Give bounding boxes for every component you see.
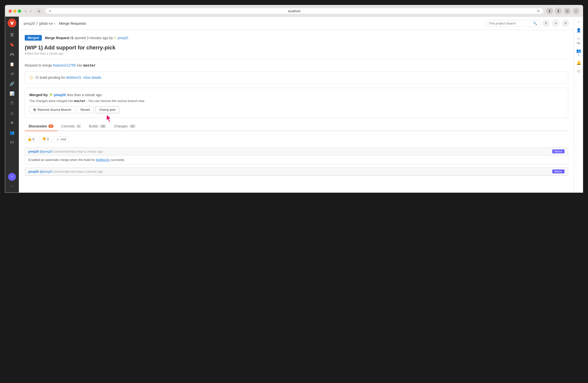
breadcrumb-project[interactable]: gitlab-ce ▾ [39,21,55,25]
breadcrumb-section: Merge Requests [59,21,86,25]
reload-button[interactable]: ↻ [537,9,540,13]
add-button[interactable]: + [552,19,559,27]
forward-button[interactable]: › [29,8,33,14]
sidebar-item-games[interactable]: 🎮 [7,50,17,59]
comment-1-commit-link[interactable]: 8e65ec01 [96,158,110,162]
mr-number: Merge Request !1 [45,36,73,40]
sidebar-item-charts[interactable]: 📊 [7,89,17,98]
left-sidebar: ☰ 🔖 🎮 📋 ↺ 🔗 📊 ⏱ ⚠ ≡ 👥 🏷 P › [5,17,19,192]
notification-button[interactable]: 0 [542,19,549,27]
source-branch-link[interactable]: features/12785 [53,63,76,67]
comment-1-label: Master [552,150,565,153]
sidebar-toggle-button[interactable]: ⊟ [564,8,571,14]
tab-commits[interactable]: Commits 1 [57,122,85,131]
thumbs-down-button[interactable]: 👎 0 [39,136,52,142]
sidebar-item-history[interactable]: ↺ [7,69,17,78]
back-button[interactable]: ‹ [23,8,28,14]
breadcrumb-separator-1: / [37,21,38,25]
sidebar-item-list[interactable]: ≡ [7,118,17,127]
merged-by-user-link[interactable]: pmq20 [54,93,66,97]
author-link[interactable]: pmq20 [118,36,128,40]
download-button[interactable]: ⬇ [546,8,553,14]
add-emoji-button[interactable]: ☺ Add [54,136,69,142]
breadcrumb-user[interactable]: pmq20 [24,21,35,25]
discussion-badge: 0 [48,124,53,128]
merged-branch-name: master [74,99,86,103]
comment-1-header: pmq20 @pmq20 commented less than a minut… [25,148,568,155]
smiley-icon: ☺ [56,137,60,141]
sidebar-user-avatar[interactable]: P [8,173,16,181]
ci-pending-icon: ⊙ [29,75,33,80]
comment-1-username[interactable]: pmq20 [28,150,39,153]
sidebar-item-more[interactable]: › [7,182,17,191]
breadcrumb-dot: · [57,21,58,25]
merge-target: Request to merge features/12785 into mas… [25,63,568,67]
comment-2-at-user: @pmq20 [40,170,54,173]
page-content: Merged Merge Request !1 opened 3 minutes… [19,30,574,181]
tab-changes[interactable]: Changes 11 [110,122,140,131]
assignee-icon[interactable]: 👤 [576,28,581,33]
ci-status-box: ⊙ CI build pending for 8e65ec01. View de… [25,71,568,84]
ci-text: CI build pending for 8e65ec01. View deta… [36,76,101,79]
milestone-icon: ⊙ No [577,37,580,44]
thumbs-up-icon: 👍 [27,137,32,141]
gitlab-logo[interactable] [8,19,16,27]
remove-source-branch-button[interactable]: 🗑 Remove Source Branch [29,106,75,113]
sidebar-item-alerts[interactable]: ⚠ [7,109,17,117]
comment-2: pmq20 @pmq20 commented less than a minut… [25,167,568,176]
collapse-sidebar-icon[interactable]: « [577,19,580,24]
new-tab-icon: ⊕ [49,9,51,13]
url-text: localhost [53,9,535,13]
close-button[interactable] [9,10,12,13]
search-input[interactable] [489,21,532,25]
main-content: pmq20 / gitlab-ce ▾ · Merge Requests 🔍 [19,17,574,192]
sidebar-item-menu[interactable]: ☰ [7,30,17,39]
top-nav-right: 🔍 0 + ↗ [486,19,569,27]
participants-icon: 👥 1 [576,48,581,57]
action-buttons: 🗑 Remove Source Branch Revert Cherry-pic… [29,106,564,113]
tab-discussion[interactable]: Discussion 0 [25,122,57,131]
comment-1-at-user: @pmq20 [40,150,54,153]
thumbs-down-icon: 👎 [42,137,46,141]
author-snowflake-icon: ❊ [114,36,117,40]
notifications-icon[interactable]: 🔔 [576,60,581,65]
comment-2-header: pmq20 @pmq20 commented less than a minut… [25,168,568,176]
minimize-button[interactable] [13,10,16,13]
comment-1: pmq20 @pmq20 commented less than a minut… [25,147,568,164]
cursor-pointer [106,114,113,124]
sidebar-item-merge[interactable]: 🔗 [7,79,17,88]
comment-2-label: Master [552,170,565,173]
tab-view-button[interactable]: ⊟ [36,8,42,14]
search-icon: 🔍 [533,21,537,25]
share-button[interactable]: ⬆ [555,8,562,14]
mr-meta: Merge Request !1 opened 3 minutes ago by… [45,36,128,40]
sidebar-item-tags[interactable]: 🏷 [7,138,17,147]
search-box[interactable]: 🔍 [486,20,540,27]
ci-commit-link[interactable]: 8e65ec01 [66,76,81,79]
breadcrumb: pmq20 / gitlab-ce ▾ · Merge Requests [24,21,86,25]
comment-1-body: Enabled an automatic merge when the buil… [25,155,568,164]
sidebar-item-bookmark[interactable]: 🔖 [7,40,17,49]
right-sidebar: « 👤 ⊙ No 👥 1 🔔 ⧉ [574,17,583,192]
cherry-pick-button[interactable]: Cherry-pick [95,106,119,113]
sidebar-item-time[interactable]: ⏱ [7,99,17,108]
sidebar-item-team[interactable]: 👥 [7,128,17,137]
target-branch: master [83,63,96,67]
mr-edited-text: Edited less than a minute ago [25,52,568,55]
ci-view-details-link[interactable]: View details [83,76,101,79]
extend-button[interactable]: + [573,8,579,14]
revert-button[interactable]: Revert [77,106,94,113]
divider-1 [25,59,568,59]
thumbs-up-button[interactable]: 👍 0 [25,136,37,142]
merged-message: The changes were merged into master . Yo… [29,99,564,103]
maximize-button[interactable] [18,10,21,13]
comment-2-username[interactable]: pmq20 [28,170,39,173]
thumbs-up-count: 0 [33,137,35,141]
logout-icon[interactable]: ↗ [562,19,569,27]
comment-1-author: pmq20 @pmq20 commented less than a minut… [28,150,103,153]
trash-icon: 🗑 [33,108,36,112]
emoji-reactions: 👍 0 👎 0 ☺ Add [25,136,568,142]
notification-count: 0 [545,21,547,25]
sidebar-item-issues[interactable]: 📋 [7,60,17,68]
copy-icon[interactable]: ⧉ [577,69,580,73]
